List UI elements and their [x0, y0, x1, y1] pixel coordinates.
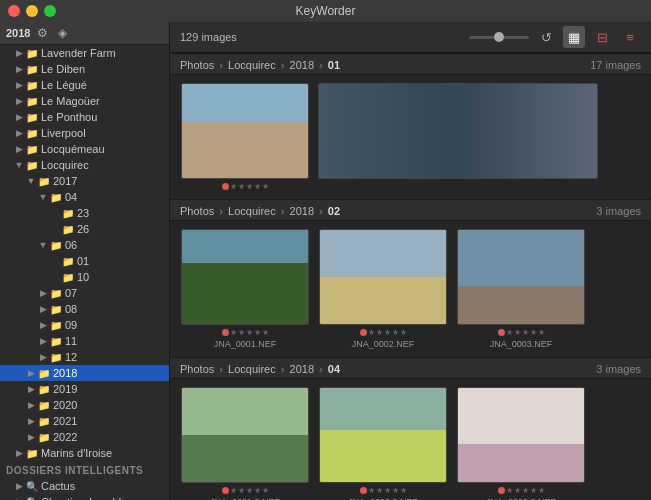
- thumb-item[interactable]: ★★★★★JNA_0001.2.NEF: [180, 387, 310, 500]
- sidebar-item-2022[interactable]: ▶📁2022: [0, 429, 169, 445]
- chevron-icon: ▶: [12, 64, 26, 74]
- star-4: ★: [254, 486, 261, 495]
- sidebar-item-2017[interactable]: ▼📁2017: [0, 173, 169, 189]
- thumb-filename: JNA_0002.NEF: [352, 339, 415, 349]
- image-count: 129 images: [180, 31, 469, 43]
- smart-item-cactus[interactable]: ▶🔍Cactus: [0, 478, 169, 494]
- star-4: ★: [392, 486, 399, 495]
- tree-item-label: 09: [65, 319, 77, 331]
- chevron-icon: ▶: [12, 96, 26, 106]
- sidebar-item-locquemeau[interactable]: ▶📁Locquémeau: [0, 141, 169, 157]
- tree-item-label: 2020: [53, 399, 77, 411]
- tree-item-label: Le Légué: [41, 79, 87, 91]
- sidebar-item-01[interactable]: 📁01: [0, 253, 169, 269]
- sidebar-item-locquirec[interactable]: ▼📁Locquirec: [0, 157, 169, 173]
- smart-folders-list: ▶🔍Cactus▶🔍Chantier de sable▶🔍Épaves: [0, 478, 169, 500]
- thumb-image: [457, 387, 585, 483]
- sidebar-item-08[interactable]: ▶📁08: [0, 301, 169, 317]
- view-button-2[interactable]: ⊟: [591, 26, 613, 48]
- maximize-button[interactable]: [44, 5, 56, 17]
- folder-icon: 📁: [26, 64, 38, 75]
- star-2: ★: [376, 328, 383, 337]
- star-1: ★: [368, 328, 375, 337]
- thumb-image: [319, 387, 447, 483]
- group-count: 17 images: [590, 59, 641, 71]
- tree-item-label: Lavender Farm: [41, 47, 116, 59]
- folder-icon: 📁: [26, 448, 38, 459]
- folder-icon: 📁: [62, 256, 74, 267]
- group-path: Photos › Locquirec › 2018 › 01: [180, 59, 340, 71]
- view-button-3[interactable]: ≡: [619, 26, 641, 48]
- thumbnail-size-control: [469, 36, 529, 39]
- sidebar-item-marins[interactable]: ▶📁Marins d'Iroise: [0, 445, 169, 461]
- tree-item-label: Le Diben: [41, 63, 85, 75]
- sidebar-item-04[interactable]: ▼📁04: [0, 189, 169, 205]
- tree-item-label: 2019: [53, 383, 77, 395]
- sidebar-settings-icon[interactable]: ⚙: [34, 25, 50, 41]
- sidebar-item-06[interactable]: ▼📁06: [0, 237, 169, 253]
- thumb-item[interactable]: ★★★★★JNA_0002.NEF: [318, 229, 448, 349]
- sidebar-action-icon[interactable]: ◈: [54, 25, 70, 41]
- tree-item-label: 2018: [53, 367, 77, 379]
- sidebar-item-ponthou[interactable]: ▶📁Le Ponthou: [0, 109, 169, 125]
- sidebar-item-11[interactable]: ▶📁11: [0, 333, 169, 349]
- refresh-button[interactable]: ↺: [535, 26, 557, 48]
- sidebar-item-diben[interactable]: ▶📁Le Diben: [0, 61, 169, 77]
- sidebar-item-liverpool[interactable]: ▶📁Liverpool: [0, 125, 169, 141]
- tree-item-label: 26: [77, 223, 89, 235]
- sidebar-item-lavender[interactable]: ▶📁Lavender Farm: [0, 45, 169, 61]
- sidebar-item-23[interactable]: 📁23: [0, 205, 169, 221]
- color-label-dot: [360, 487, 367, 494]
- folder-icon: 📁: [26, 112, 38, 123]
- chevron-icon: ▶: [12, 80, 26, 90]
- folder-icon: 📁: [38, 400, 50, 411]
- thumb-item[interactable]: ★★★★★JNA_0003.2.NEF: [456, 387, 586, 500]
- sidebar-item-10[interactable]: 📁10: [0, 269, 169, 285]
- tree-item-label: 11: [65, 335, 77, 347]
- star-5: ★: [400, 486, 407, 495]
- thumb-rating: ★★★★★: [222, 182, 269, 191]
- thumb-item[interactable]: ★★★★★JNA_0003.NEF: [456, 229, 586, 349]
- star-4: ★: [254, 182, 261, 191]
- chevron-icon: ▶: [24, 368, 38, 378]
- star-5: ★: [262, 486, 269, 495]
- image-gallery: Photos › Locquirec › 2018 › 0117 images★…: [170, 53, 651, 500]
- folder-icon: 📁: [26, 144, 38, 155]
- folder-icon: 📁: [26, 80, 38, 91]
- chevron-icon: ▼: [36, 192, 50, 202]
- chevron-icon: ▶: [12, 112, 26, 122]
- app-title: KeyWorder: [296, 4, 356, 18]
- color-label-dot: [222, 183, 229, 190]
- sidebar-item-2020[interactable]: ▶📁2020: [0, 397, 169, 413]
- view-grid-button[interactable]: ▦: [563, 26, 585, 48]
- smart-item-chantier[interactable]: ▶🔍Chantier de sable: [0, 494, 169, 500]
- thumb-item[interactable]: ★★★★★JNA_0002.2.NEF: [318, 387, 448, 500]
- sidebar-item-09[interactable]: ▶📁09: [0, 317, 169, 333]
- close-button[interactable]: [8, 5, 20, 17]
- sidebar-item-2019[interactable]: ▶📁2019: [0, 381, 169, 397]
- folder-icon: 📁: [62, 224, 74, 235]
- sidebar-item-26[interactable]: 📁26: [0, 221, 169, 237]
- star-4: ★: [392, 328, 399, 337]
- minimize-button[interactable]: [26, 5, 38, 17]
- sidebar-item-2021[interactable]: ▶📁2021: [0, 413, 169, 429]
- star-2: ★: [238, 182, 245, 191]
- chevron-icon: ▶: [36, 320, 50, 330]
- thumb-item[interactable]: ★★★★★JNA_0001.NEF: [180, 229, 310, 349]
- color-label-dot: [222, 329, 229, 336]
- folder-icon: 📁: [38, 368, 50, 379]
- sidebar-item-legue[interactable]: ▶📁Le Légué: [0, 77, 169, 93]
- tree-item-label: Le Magoüer: [41, 95, 100, 107]
- thumb-item[interactable]: ★★★★★: [180, 83, 310, 191]
- sidebar: 2018 ⚙ ◈ ▶📁Lavender Farm▶📁Le Diben▶📁Le L…: [0, 22, 170, 500]
- sidebar-item-12[interactable]: ▶📁12: [0, 349, 169, 365]
- sidebar-item-magouer[interactable]: ▶📁Le Magoüer: [0, 93, 169, 109]
- size-slider[interactable]: [469, 36, 529, 39]
- sidebar-header: 2018 ⚙ ◈: [0, 22, 169, 45]
- sidebar-item-07[interactable]: ▶📁07: [0, 285, 169, 301]
- sidebar-item-2018[interactable]: ▶📁2018: [0, 365, 169, 381]
- header-controls: ↺ ▦ ⊟ ≡: [469, 26, 641, 48]
- star-5: ★: [538, 486, 545, 495]
- size-slider-handle[interactable]: [494, 32, 504, 42]
- tree-item-label: 07: [65, 287, 77, 299]
